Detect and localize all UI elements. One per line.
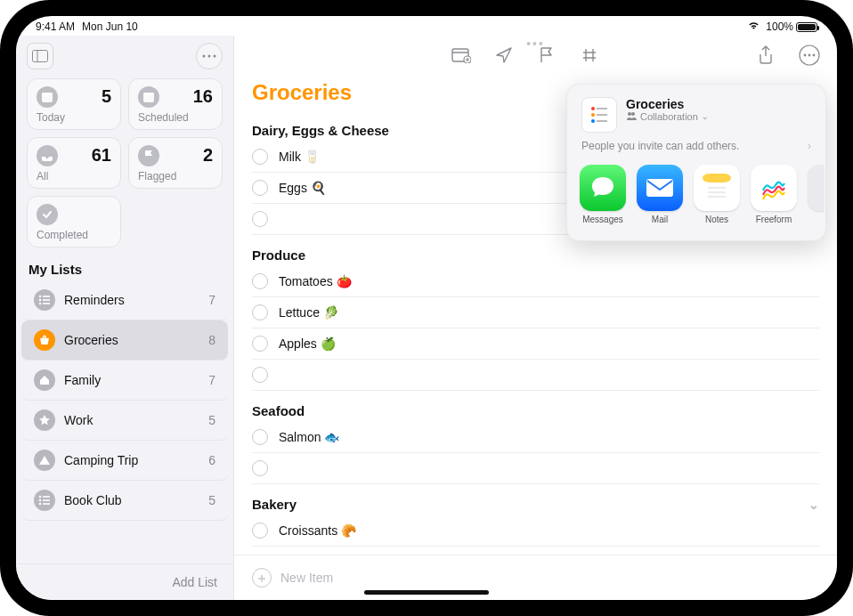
sidebar-list-book-club[interactable]: Book Club5 [21,481,228,521]
completion-toggle[interactable] [252,523,268,539]
section-seafood: SeafoodSalmon 🐟 [252,391,819,484]
share-thumbnail-icon [581,97,617,133]
ipad-frame: 9:41 AM Mon Jun 10 100% [0,0,853,616]
location-button[interactable] [491,43,516,68]
more-button[interactable] [796,42,823,69]
share-invite-settings[interactable]: People you invite can add others. › [578,133,815,165]
completion-toggle[interactable] [252,460,268,476]
home-indicator[interactable] [364,590,489,595]
house-icon [34,369,55,391]
star-icon [34,409,55,431]
tag-button[interactable] [577,43,602,68]
completion-toggle[interactable] [252,304,268,320]
svg-point-4 [214,55,216,58]
people-icon [626,111,637,122]
section-bakery: Bakery⌄Croissants 🥐 [252,484,819,547]
completion-toggle[interactable] [252,149,268,165]
share-app-notes[interactable]: Notes [694,165,740,224]
share-button[interactable] [753,43,778,68]
svg-point-37 [631,112,635,116]
svg-point-34 [591,119,595,123]
svg-point-2 [203,55,206,58]
completion-toggle[interactable] [252,180,268,196]
svg-rect-8 [143,93,154,95]
main-panel: ••• [234,36,837,600]
reminder-item[interactable]: Apples 🍏 [252,328,819,360]
svg-point-36 [628,112,631,116]
chevron-down-icon: ⌄ [702,112,709,121]
basket-icon [34,329,55,351]
reminder-text: Croissants 🥐 [279,523,356,538]
completion-toggle[interactable] [252,211,268,227]
svg-point-9 [39,296,42,298]
svg-point-27 [804,54,807,57]
smart-label: All [37,170,111,182]
reminder-item[interactable]: Croissants 🥐 [252,515,819,547]
share-app-messages[interactable]: Messages [580,165,626,224]
svg-point-13 [39,303,42,305]
list-name: Groceries [64,333,199,347]
svg-point-30 [591,107,595,110]
sidebar-list-work[interactable]: Work5 [21,401,228,441]
reminder-text: Tomatoes 🍅 [279,274,352,288]
list-icon [34,490,55,511]
share-sheet: Groceries Collaboration ⌄ People you i [566,84,826,241]
completion-toggle[interactable] [252,429,268,445]
share-title: Groceries [626,97,709,111]
statusbar-date: Mon Jun 10 [82,20,138,33]
sidebar-list-family[interactable]: Family7 [21,361,228,401]
sidebar-list-groceries[interactable]: Groceries8 [21,320,228,361]
smart-count: 61 [92,145,111,166]
notes-app-icon [694,165,740,211]
share-app-label: Mail [652,215,668,224]
reminder-item-empty[interactable] [252,360,819,391]
reminder-item[interactable]: Salmon 🐟 [252,422,819,453]
completion-toggle[interactable] [252,273,268,289]
calendar-icon [138,86,159,108]
smart-list-all[interactable]: 61All [27,137,121,189]
sidebar-toggle-button[interactable] [27,43,53,69]
list-count: 5 [208,493,215,507]
svg-point-11 [39,299,42,302]
partial-app-icon [808,165,824,211]
share-app-label: Notes [705,215,728,224]
section-header[interactable]: Bakery⌄ [252,490,819,515]
smart-list-today[interactable]: 5Today [27,78,121,130]
smart-count: 16 [193,86,213,107]
section-header[interactable]: Produce [252,240,819,266]
svg-point-29 [813,54,816,57]
sidebar-list-camping-trip[interactable]: Camping Trip6 [21,441,228,481]
new-item-row[interactable]: ＋ New Item [234,555,837,600]
list-count: 6 [208,453,215,467]
share-app-mail[interactable]: Mail [637,165,683,224]
share-app-label: Freeform [756,215,792,224]
calendar-icon [37,86,58,108]
add-icon: ＋ [252,568,272,588]
smart-label: Scheduled [138,111,213,124]
share-app-freeform[interactable]: Freeform [751,165,797,224]
wifi-icon [747,20,760,33]
mail-app-icon [637,165,683,211]
reminder-item[interactable]: Tomatoes 🍅 [252,266,819,297]
battery-indicator: 100% [766,20,817,33]
smart-list-completed[interactable]: Completed [27,196,121,247]
completion-toggle[interactable] [252,336,268,352]
share-app-overflow[interactable] [808,165,824,224]
more-options-button[interactable] [196,43,223,69]
sidebar-list-reminders[interactable]: Reminders7 [21,280,228,320]
smart-list-scheduled[interactable]: 16Scheduled [128,78,223,130]
list-icon [34,289,55,311]
add-list-button[interactable]: Add List [16,563,233,600]
completion-toggle[interactable] [252,367,268,383]
reminder-item-empty[interactable] [252,453,819,484]
tent-icon [34,450,55,471]
new-reminder-calendar-button[interactable] [449,43,474,68]
section-header[interactable]: Seafood [252,396,819,422]
chevron-right-icon: › [808,140,811,152]
reminder-item[interactable]: Lettuce 🥬 [252,297,819,328]
smart-list-flagged[interactable]: 2Flagged [128,137,223,189]
svg-point-17 [39,499,42,502]
share-subtitle[interactable]: Collaboration ⌄ [626,111,709,122]
list-name: Reminders [64,293,199,307]
multitasking-handle-icon[interactable]: ••• [526,36,545,50]
